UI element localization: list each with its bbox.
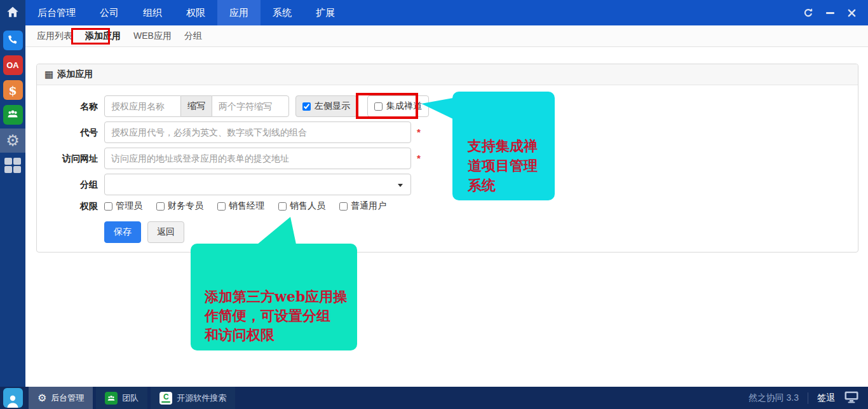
callout-zentao-note: 支持集成禅 道项目管理 系统 <box>452 92 555 200</box>
home-icon <box>6 5 20 21</box>
nav-item-organization[interactable]: 组织 <box>131 0 174 25</box>
app-sidebar: OA $ ⚙ <box>0 25 25 387</box>
form-row-buttons: 保存 返回 <box>37 221 858 243</box>
minimize-icon[interactable] <box>824 6 836 19</box>
refresh-icon[interactable] <box>802 6 815 19</box>
permission-checkbox-finance[interactable] <box>156 202 165 211</box>
abbr-input[interactable] <box>212 95 289 117</box>
dollar-icon: $ <box>8 83 17 97</box>
home-button[interactable] <box>0 0 25 25</box>
subnav: 应用列表 添加应用 WEB应用 分组 <box>25 25 868 47</box>
permission-option-sales-manager[interactable]: 销售经理 <box>217 200 264 212</box>
app-version: 然之协同 3.3 <box>749 392 799 404</box>
team-icon <box>6 107 19 122</box>
team-icon <box>105 392 118 405</box>
permission-option-finance[interactable]: 财务专员 <box>156 200 203 212</box>
taskbar-right: 然之协同 3.3 签退 <box>749 387 868 409</box>
callout-arrow-up <box>257 217 296 244</box>
permission-checkbox-admin[interactable] <box>104 202 112 211</box>
monitor-icon[interactable] <box>844 391 859 405</box>
panel-title: 添加应用 <box>57 69 93 80</box>
topbar-spacer <box>347 0 802 25</box>
taskbar-item-team[interactable]: 团队 <box>96 387 147 409</box>
taskbar: ⚙ 后台管理 团队 C 开源软件搜索 然之协同 3.3 签退 <box>0 387 868 409</box>
sidebar-item-team[interactable] <box>3 105 23 125</box>
permission-checkbox-normal-user[interactable] <box>339 202 348 211</box>
code-label: 代号 <box>37 121 104 143</box>
window-controls <box>802 0 868 25</box>
url-input[interactable] <box>104 148 411 169</box>
taskbar-divider <box>808 392 808 404</box>
taskbar-item-label: 后台管理 <box>51 392 84 404</box>
zentao-addon: 集成禅道 <box>367 95 429 117</box>
code-required-mark: * <box>417 121 421 143</box>
taskbar-item-label: 开源软件搜索 <box>177 392 226 404</box>
oschina-subtext-bar <box>161 401 170 403</box>
left-display-checkbox[interactable] <box>302 102 311 111</box>
back-button[interactable]: 返回 <box>147 221 184 243</box>
callout-form-note: 添加第三方web应用操 作简便，可设置分组 和访问权限 <box>191 244 357 350</box>
sidebar-item-crm[interactable] <box>3 31 23 50</box>
subnav-item-web-app[interactable]: WEB应用 <box>127 31 178 42</box>
permission-option-label: 财务专员 <box>168 200 203 212</box>
taskbar-spacer <box>235 387 748 409</box>
app-grid-icon[interactable] <box>4 158 21 173</box>
gear-icon: ⚙ <box>37 393 46 403</box>
permission-option-label: 销售人员 <box>290 200 325 212</box>
name-label: 名称 <box>37 95 104 117</box>
name-input[interactable] <box>104 95 181 117</box>
oschina-letter: C <box>163 393 169 401</box>
permission-option-admin[interactable]: 管理员 <box>104 200 142 212</box>
sidebar-item-cash[interactable]: $ <box>3 80 23 100</box>
oschina-icon: C <box>159 392 172 405</box>
callout-arrow-left <box>421 98 453 119</box>
code-input[interactable] <box>104 121 411 143</box>
panel-header: ▦ 添加应用 <box>37 64 858 85</box>
taskbar-item-oschina-search[interactable]: C 开源软件搜索 <box>151 387 235 409</box>
group-label: 分组 <box>37 174 104 195</box>
logout-button[interactable]: 签退 <box>817 392 835 404</box>
avatar <box>3 388 23 408</box>
top-navbar: 后台管理 公司 组织 权限 应用 系统 扩展 <box>0 0 868 25</box>
subnav-item-add-app[interactable]: 添加应用 <box>79 31 127 42</box>
add-app-panel: ▦ 添加应用 名称 缩写 左侧显示 集成禅道 * 代号 <box>36 64 858 253</box>
nav-item-admin[interactable]: 后台管理 <box>25 0 88 25</box>
nav-item-company[interactable]: 公司 <box>88 0 131 25</box>
permission-option-normal-user[interactable]: 普通用户 <box>339 200 386 212</box>
zentao-label: 集成禅道 <box>386 101 422 112</box>
form-row-code: 代号 * <box>37 121 858 143</box>
phone-icon <box>7 34 18 47</box>
permission-checkbox-sales-staff[interactable] <box>278 202 287 211</box>
nav-item-extension[interactable]: 扩展 <box>304 0 347 25</box>
gear-icon: ⚙ <box>6 133 20 148</box>
subnav-item-app-list[interactable]: 应用列表 <box>31 31 79 42</box>
form-row-group: 分组 <box>37 174 858 195</box>
left-display-addon: 左侧显示 <box>295 95 357 117</box>
nav-item-privilege[interactable]: 权限 <box>174 0 217 25</box>
abbr-addon-label: 缩写 <box>181 95 212 117</box>
form-row-permission: 权限 管理员 财务专员 销售经理 销售人员 <box>37 200 858 212</box>
callout-zentao-text: 支持集成禅 道项目管理 系统 <box>468 137 538 193</box>
permission-option-label: 管理员 <box>116 200 142 212</box>
callout-form-text: 添加第三方web应用操 作简便，可设置分组 和访问权限 <box>205 288 347 343</box>
app-panel-icon: ▦ <box>44 70 53 80</box>
close-icon[interactable] <box>845 6 858 19</box>
sidebar-item-admin-active[interactable]: ⚙ <box>0 128 25 153</box>
nav-item-system[interactable]: 系统 <box>261 0 304 25</box>
sidebar-item-oa[interactable]: OA <box>3 55 23 75</box>
save-button[interactable]: 保存 <box>104 221 141 243</box>
oa-icon: OA <box>6 60 19 70</box>
permission-checkbox-sales-manager[interactable] <box>217 202 226 211</box>
subnav-item-group[interactable]: 分组 <box>178 31 208 42</box>
zentao-checkbox[interactable] <box>374 102 383 111</box>
permission-option-label: 普通用户 <box>351 200 386 212</box>
permission-option-sales-staff[interactable]: 销售人员 <box>278 200 325 212</box>
url-required-mark: * <box>417 148 421 169</box>
taskbar-item-admin[interactable]: ⚙ 后台管理 <box>29 387 93 409</box>
nav-item-app[interactable]: 应用 <box>217 0 261 25</box>
url-label: 访问网址 <box>37 148 104 169</box>
permission-label: 权限 <box>37 200 104 212</box>
group-select[interactable] <box>104 174 411 195</box>
permission-option-label: 销售经理 <box>229 200 264 212</box>
taskbar-avatar[interactable] <box>0 387 25 409</box>
